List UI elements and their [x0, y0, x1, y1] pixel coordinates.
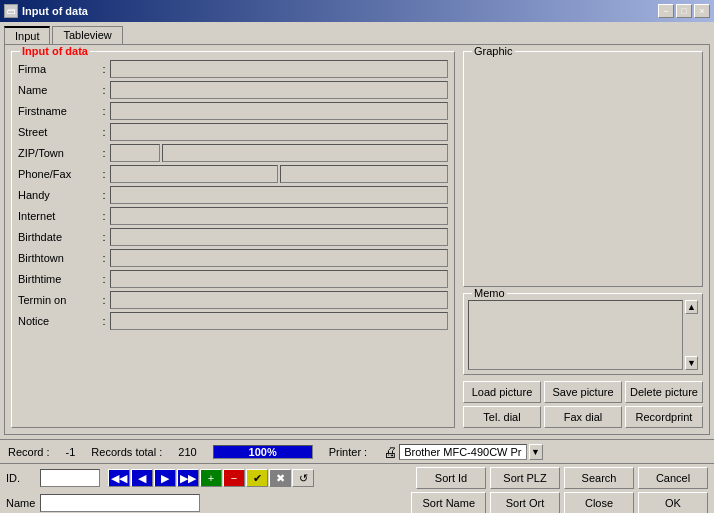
load-picture-button[interactable]: Load picture	[463, 381, 541, 403]
firstname-input[interactable]	[110, 102, 448, 120]
birthdate-row: Birthdate :	[18, 228, 448, 246]
terminon-row: Termin on :	[18, 291, 448, 309]
birthtown-row: Birthtown :	[18, 249, 448, 267]
form-legend: Input of data	[20, 45, 90, 57]
records-total-label: Records total :	[91, 446, 162, 458]
action-buttons: Load picture Save picture Delete picture…	[463, 381, 703, 428]
nav-delete-button[interactable]: −	[223, 469, 245, 487]
nav-check-button[interactable]: ✔	[246, 469, 268, 487]
name-label: Name	[18, 84, 98, 96]
phonefax-label: Phone/Fax	[18, 168, 98, 180]
handy-input[interactable]	[110, 186, 448, 204]
firma-label: Firma	[18, 63, 98, 75]
graphic-box: Graphic	[463, 51, 703, 287]
main-window: Input Tableview Input of data Firma : Na…	[0, 22, 714, 513]
handy-row: Handy :	[18, 186, 448, 204]
progress-bar: 100%	[213, 445, 313, 459]
records-total-value: 210	[178, 446, 196, 458]
terminon-label: Termin on	[18, 294, 98, 306]
birthtime-row: Birthtime :	[18, 270, 448, 288]
sort-ort-button[interactable]: Sort Ort	[490, 492, 560, 513]
ziptown-label: ZIP/Town	[18, 147, 98, 159]
graphic-content	[464, 52, 702, 222]
cancel-button[interactable]: Cancel	[638, 467, 708, 489]
birthdate-input[interactable]	[110, 228, 448, 246]
right-panel: Graphic Memo ▲ ▼	[463, 51, 703, 428]
ok-button[interactable]: OK	[638, 492, 708, 513]
memo-scrolldown[interactable]: ▼	[685, 356, 698, 370]
graphic-legend: Graphic	[472, 45, 515, 57]
close-button[interactable]: Close	[564, 492, 634, 513]
street-input[interactable]	[110, 123, 448, 141]
save-picture-button[interactable]: Save picture	[544, 381, 622, 403]
bottombar: ID. ◀◀ ◀ ▶ ▶▶ + − ✔ ✖ ↺ Sort Id Sort PLZ…	[0, 463, 714, 513]
notice-row: Notice :	[18, 312, 448, 330]
phone-input[interactable]	[110, 165, 278, 183]
street-row: Street :	[18, 123, 448, 141]
name-bottom-label: Name	[6, 497, 36, 509]
nav-cross-button[interactable]: ✖	[269, 469, 291, 487]
titlebar-buttons[interactable]: − □ ×	[658, 4, 710, 18]
app-icon: 🗃	[4, 4, 18, 18]
terminon-input[interactable]	[110, 291, 448, 309]
ziptown-row: ZIP/Town :	[18, 144, 448, 162]
sort-id-button[interactable]: Sort Id	[416, 467, 486, 489]
town-input[interactable]	[162, 144, 448, 162]
minimize-button[interactable]: −	[658, 4, 674, 18]
printer-dropdown[interactable]: ▼	[529, 444, 543, 460]
tab-input[interactable]: Input	[4, 26, 50, 44]
recordprint-button[interactable]: Recordprint	[625, 406, 703, 428]
tab-tableview[interactable]: Tableview	[52, 26, 122, 44]
record-label: Record :	[8, 446, 50, 458]
birthtown-input[interactable]	[110, 249, 448, 267]
nav-prev-button[interactable]: ◀	[131, 469, 153, 487]
id-label: ID.	[6, 472, 36, 484]
id-input[interactable]	[40, 469, 100, 487]
street-label: Street	[18, 126, 98, 138]
maximize-button[interactable]: □	[676, 4, 692, 18]
nav-first-button[interactable]: ◀◀	[108, 469, 130, 487]
name-row: Name :	[18, 81, 448, 99]
firstname-row: Firstname :	[18, 102, 448, 120]
nav-next-button[interactable]: ▶	[154, 469, 176, 487]
notice-input[interactable]	[110, 312, 448, 330]
close-button[interactable]: ×	[694, 4, 710, 18]
bottom-row-id: ID. ◀◀ ◀ ▶ ▶▶ + − ✔ ✖ ↺ Sort Id Sort PLZ…	[6, 467, 708, 489]
memo-textarea[interactable]	[468, 300, 683, 370]
zip-inputs	[110, 144, 448, 162]
memo-legend: Memo	[472, 287, 507, 299]
firma-input[interactable]	[110, 60, 448, 78]
printer-icon: 🖨	[383, 444, 397, 460]
name-bottom-input[interactable]	[40, 494, 200, 512]
tabs: Input Tableview	[0, 22, 714, 44]
nav-last-button[interactable]: ▶▶	[177, 469, 199, 487]
sort-name-button[interactable]: Sort Name	[411, 492, 486, 513]
delete-picture-button[interactable]: Delete picture	[625, 381, 703, 403]
memo-scrollup[interactable]: ▲	[685, 300, 698, 314]
statusbar: Record : -1 Records total : 210 100% Pri…	[0, 439, 714, 463]
fax-dial-button[interactable]: Fax dial	[544, 406, 622, 428]
tel-dial-button[interactable]: Tel. dial	[463, 406, 541, 428]
form-area: Input of data Firma : Name : Firstname :	[11, 51, 703, 428]
printer-label: Printer :	[329, 446, 368, 458]
memo-box: Memo ▲ ▼	[463, 293, 703, 375]
name-input[interactable]	[110, 81, 448, 99]
birthtown-label: Birthtown	[18, 252, 98, 264]
phonefax-row: Phone/Fax :	[18, 165, 448, 183]
nav-add-button[interactable]: +	[200, 469, 222, 487]
titlebar: 🗃 Input of data − □ ×	[0, 0, 714, 22]
sort-plz-button[interactable]: Sort PLZ	[490, 467, 560, 489]
birthtime-input[interactable]	[110, 270, 448, 288]
fax-input[interactable]	[280, 165, 448, 183]
progress-fill: 100%	[214, 446, 312, 458]
bottom-row-name: Name Sort Name Sort Ort Close OK	[6, 492, 708, 513]
nav-refresh-button[interactable]: ↺	[292, 469, 314, 487]
internet-label: Internet	[18, 210, 98, 222]
zip-input[interactable]	[110, 144, 160, 162]
internet-input[interactable]	[110, 207, 448, 225]
firstname-label: Firstname	[18, 105, 98, 117]
birthtime-label: Birthtime	[18, 273, 98, 285]
birthdate-label: Birthdate	[18, 231, 98, 243]
search-button[interactable]: Search	[564, 467, 634, 489]
titlebar-title: Input of data	[22, 5, 88, 17]
